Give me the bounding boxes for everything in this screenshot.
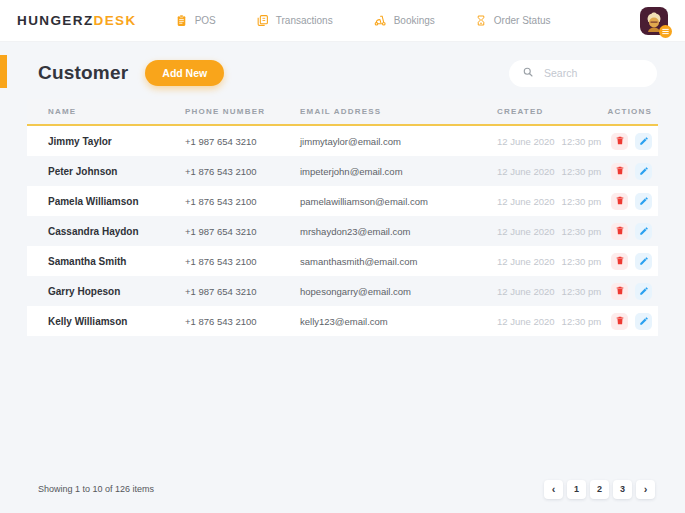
row-actions — [610, 253, 652, 270]
brand-logo-primary: HUNGERZ — [17, 13, 94, 28]
row-actions — [610, 223, 652, 240]
delete-button[interactable] — [611, 163, 628, 180]
nav-item-label: Transactions — [276, 15, 333, 26]
created-time: 12:30 pm — [562, 166, 602, 177]
table-row: Jimmy Taylor +1 987 654 3210 jimmytaylor… — [27, 126, 658, 156]
customer-email: impeterjohn@email.com — [300, 166, 497, 177]
add-new-button[interactable]: Add New — [145, 60, 224, 86]
user-avatar[interactable] — [640, 7, 668, 35]
delete-button[interactable] — [611, 223, 628, 240]
created-time: 12:30 pm — [562, 286, 602, 297]
created-time: 12:30 pm — [562, 226, 602, 237]
pencil-icon — [639, 164, 649, 179]
created-time: 12:30 pm — [562, 136, 602, 147]
pencil-icon — [639, 224, 649, 239]
main-nav: POS Transactions Bookings Order Status — [175, 14, 551, 27]
search-input[interactable] — [544, 67, 644, 79]
nav-item-label: POS — [195, 15, 216, 26]
pagination-next-button[interactable]: › — [636, 480, 655, 499]
table-header-row: NAME PHONE NUMBER EMAIL ADDRESS CREATED … — [27, 99, 658, 126]
edit-button[interactable] — [635, 133, 652, 150]
table-footer: Showing 1 to 10 of 126 items ‹ 1 2 3 › — [0, 479, 685, 499]
nav-item-order-status[interactable]: Order Status — [475, 14, 551, 27]
customer-name: Kelly Williamson — [48, 316, 185, 327]
customer-name: Jimmy Taylor — [48, 136, 185, 147]
page-title: Customer — [38, 62, 128, 84]
created-date: 12 June 2020 — [497, 136, 555, 147]
page-accent-bar — [0, 55, 7, 88]
delete-button[interactable] — [611, 193, 628, 210]
created-time: 12:30 pm — [562, 196, 602, 207]
customer-created: 12 June 202012:30 pm — [497, 286, 610, 297]
customer-name: Samantha Smith — [48, 256, 185, 267]
search-box[interactable] — [509, 60, 657, 87]
edit-button[interactable] — [635, 313, 652, 330]
created-time: 12:30 pm — [562, 316, 602, 327]
customer-email: pamelawilliamson@email.com — [300, 196, 497, 207]
page-header: Customer Add New — [0, 56, 685, 90]
created-date: 12 June 2020 — [497, 166, 555, 177]
edit-button[interactable] — [635, 223, 652, 240]
pagination-page-2[interactable]: 2 — [590, 480, 609, 499]
brand-logo-secondary: DESK — [94, 13, 137, 28]
trash-icon — [615, 134, 625, 149]
created-date: 12 June 2020 — [497, 286, 555, 297]
avatar-menu-badge[interactable] — [659, 25, 672, 38]
row-actions — [610, 163, 652, 180]
delete-button[interactable] — [611, 313, 628, 330]
search-icon — [522, 64, 534, 82]
customer-email: jimmytaylor@email.com — [300, 136, 497, 147]
pencil-icon — [639, 314, 649, 329]
pencil-icon — [639, 194, 649, 209]
app-window: HUNGERZDESK POS Transactions Bookings — [0, 0, 685, 513]
column-header-actions: ACTIONS — [610, 107, 652, 116]
delete-button[interactable] — [611, 253, 628, 270]
delete-button[interactable] — [611, 133, 628, 150]
nav-item-pos[interactable]: POS — [175, 14, 216, 27]
trash-icon — [615, 164, 625, 179]
customer-created: 12 June 202012:30 pm — [497, 316, 610, 327]
customer-email: kelly123@email.com — [300, 316, 497, 327]
trash-icon — [615, 254, 625, 269]
pagination: ‹ 1 2 3 › — [544, 480, 655, 499]
table-row: Kelly Williamson +1 876 543 2100 kelly12… — [27, 306, 658, 336]
trash-icon — [615, 194, 625, 209]
edit-button[interactable] — [635, 193, 652, 210]
edit-button[interactable] — [635, 283, 652, 300]
table-row: Cassandra Haydon +1 987 654 3210 mrshayd… — [27, 216, 658, 246]
row-actions — [610, 283, 652, 300]
column-header-phone: PHONE NUMBER — [185, 107, 300, 116]
pencil-icon — [639, 134, 649, 149]
order-status-hourglass-icon — [475, 14, 487, 27]
created-time: 12:30 pm — [562, 256, 602, 267]
edit-button[interactable] — [635, 163, 652, 180]
table-row: Samantha Smith +1 876 543 2100 samanthas… — [27, 246, 658, 276]
pagination-page-3[interactable]: 3 — [613, 480, 632, 499]
transactions-pages-icon — [256, 14, 269, 27]
nav-item-bookings[interactable]: Bookings — [373, 14, 435, 27]
edit-button[interactable] — [635, 253, 652, 270]
created-date: 12 June 2020 — [497, 226, 555, 237]
row-actions — [610, 133, 652, 150]
bookings-scooter-icon — [373, 14, 387, 27]
pagination-page-1[interactable]: 1 — [567, 480, 586, 499]
created-date: 12 June 2020 — [497, 256, 555, 267]
created-date: 12 June 2020 — [497, 196, 555, 207]
pencil-icon — [639, 284, 649, 299]
customer-name: Cassandra Haydon — [48, 226, 185, 237]
customer-phone: +1 987 654 3210 — [185, 286, 300, 297]
customer-table: NAME PHONE NUMBER EMAIL ADDRESS CREATED … — [27, 99, 658, 336]
customer-created: 12 June 202012:30 pm — [497, 256, 610, 267]
trash-icon — [615, 284, 625, 299]
table-row: Pamela Williamson +1 876 543 2100 pamela… — [27, 186, 658, 216]
delete-button[interactable] — [611, 283, 628, 300]
top-navbar: HUNGERZDESK POS Transactions Bookings — [0, 0, 685, 42]
nav-item-transactions[interactable]: Transactions — [256, 14, 333, 27]
customer-name: Peter Johnson — [48, 166, 185, 177]
customer-email: mrshaydon23@email.com — [300, 226, 497, 237]
customer-email: samanthasmith@email.com — [300, 256, 497, 267]
created-date: 12 June 2020 — [497, 316, 555, 327]
column-header-created: CREATED — [497, 107, 610, 116]
results-summary: Showing 1 to 10 of 126 items — [38, 484, 154, 494]
pagination-prev-button[interactable]: ‹ — [544, 480, 563, 499]
